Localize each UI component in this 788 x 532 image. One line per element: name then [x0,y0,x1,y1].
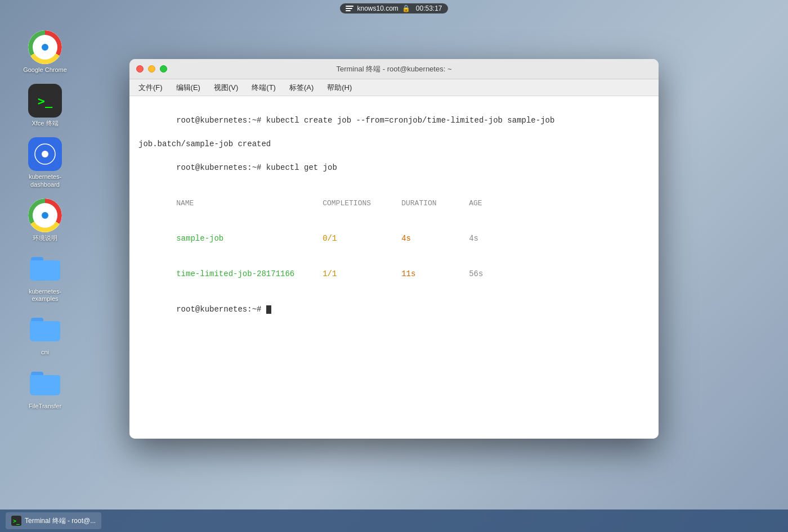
terminal-line-prompt: root@kubernetes:~# [138,292,650,327]
terminal-line-2: job.batch/sample-job created [138,138,650,150]
k8s-examples-icon [28,252,62,286]
menu-edit[interactable]: 编辑(E) [174,82,203,94]
sidebar-item-label-chrome: Google Chrome [23,66,67,74]
sidebar-item-k8s[interactable]: kubernetes-dashboard [11,135,79,190]
svg-rect-9 [34,143,34,143]
desktop: knows10.com 🔒 00:53:17 Google Chrome [0,0,788,532]
taskbar-terminal-label: Terminal 终端 - root@... [25,516,96,526]
taskbar: >_ Terminal 终端 - root@... [0,510,788,532]
terminal-titlebar: Terminal 终端 - root@kubernetes: ~ [129,59,659,79]
sidebar-item-label-terminal: Xfce 终端 [32,120,58,127]
taskbar-terminal-icon: >_ [11,516,21,526]
svg-rect-7 [34,165,34,165]
minimize-button[interactable] [148,65,155,73]
menu-view[interactable]: 视图(V) [212,82,240,94]
terminal-menubar: 文件(F) 编辑(E) 视图(V) 终端(T) 标签(A) 帮助(H) [129,79,659,96]
topbar-time: 00:53:17 [416,4,442,12]
menu-help[interactable]: 帮助(H) [325,82,354,94]
svg-rect-5 [56,165,56,165]
sidebar-item-cni[interactable]: cni [11,310,79,358]
env-app-icon [28,199,62,232]
menu-file[interactable]: 文件(F) [136,82,165,94]
terminal-line-job1: sample-job0/14s4s [138,221,650,256]
close-button[interactable] [136,65,144,73]
terminal-window: Terminal 终端 - root@kubernetes: ~ 文件(F) 编… [129,59,659,439]
sidebar-item-label-env: 环境说明 [33,235,57,242]
menu-terminal[interactable]: 终端(T) [249,82,278,94]
terminal-line-job2: time-limited-job-281711661/111s56s [138,256,650,292]
cursor [266,305,271,314]
taskbar-terminal[interactable]: >_ Terminal 终端 - root@... [6,512,101,529]
chrome-app-icon [28,30,62,64]
sidebar-item-k8s-examples[interactable]: kubernetes-examples [11,250,79,305]
k8s-app-icon [28,137,62,171]
terminal-line-1: root@kubernetes:~# kubectl create job --… [138,103,650,138]
topbar-site: knows10.com [357,4,398,12]
maximize-button[interactable] [160,65,167,73]
titlebar-buttons [136,65,167,73]
sidebar-item-env[interactable]: 环境说明 [11,196,79,244]
topbar: knows10.com 🔒 00:53:17 [0,0,788,17]
cni-icon [28,313,62,346]
sidebar-item-chrome[interactable]: Google Chrome [11,28,79,76]
sidebar: Google Chrome >_ Xfce 终端 [0,0,90,510]
signal-icon [346,6,353,11]
svg-point-1 [42,151,48,157]
sidebar-item-filetransfer[interactable]: FileTransfer [11,364,79,412]
filetransfer-icon [28,367,62,400]
terminal-line-3: root@kubernetes:~# kubectl get job [138,150,650,186]
sidebar-item-label-k8s-examples: kubernetes-examples [29,288,61,303]
sidebar-item-label-filetransfer: FileTransfer [29,403,61,410]
menu-tabs[interactable]: 标签(A) [287,82,316,94]
terminal-content[interactable]: root@kubernetes:~# kubectl create job --… [129,96,659,439]
sidebar-item-label-cni: cni [41,349,49,356]
sidebar-item-label-k8s: kubernetes-dashboard [29,173,61,188]
terminal-line-header: NAMECOMPLETIONSDURATIONAGE [138,186,650,221]
terminal-app-icon: >_ [28,84,62,118]
terminal-title: Terminal 终端 - root@kubernetes: ~ [336,64,451,74]
topbar-lock-icon: 🔒 [402,4,410,12]
k8s-wheel-svg [34,143,56,165]
sidebar-item-terminal[interactable]: >_ Xfce 终端 [11,82,79,129]
topbar-info: knows10.com 🔒 00:53:17 [340,3,447,13]
svg-rect-3 [56,143,56,143]
